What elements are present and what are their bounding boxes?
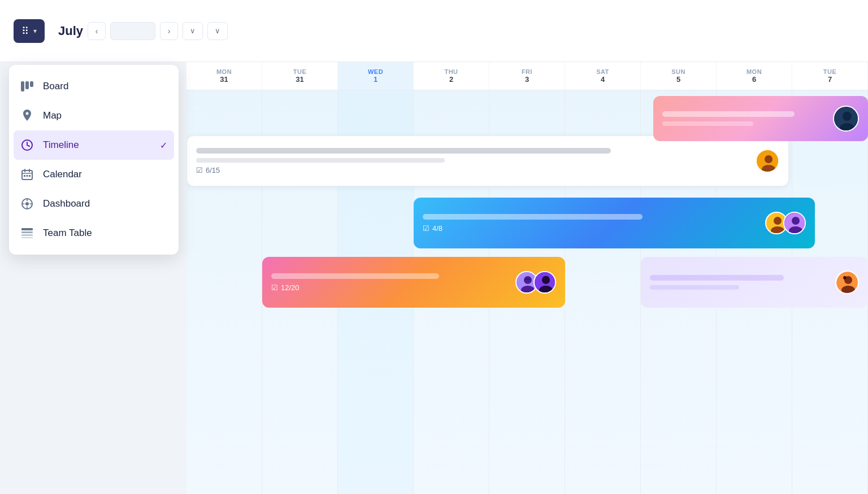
board-label: Board [43, 81, 68, 92]
svg-rect-12 [21, 234, 33, 236]
board-icon [20, 80, 34, 93]
task-content-topright [662, 111, 827, 126]
header: ⠿ ▾ July ‹ › ∨ ∨ [0, 0, 868, 62]
svg-point-25 [792, 217, 800, 225]
month-title: July [58, 24, 83, 38]
task-bar-lavender[interactable] [641, 257, 868, 308]
day-name: SAT [596, 68, 609, 75]
day-column-31: MON 31 [186, 62, 262, 90]
logo-icon: ⠿ [21, 25, 29, 37]
svg-rect-11 [21, 231, 33, 233]
timeline-label: Timeline [43, 139, 79, 151]
check-icon-1220: ☑ [271, 283, 278, 292]
svg-point-17 [765, 156, 772, 163]
sidebar-item-calendar[interactable]: Calendar [9, 160, 179, 189]
day-name: TUE [293, 68, 307, 75]
sidebar-item-dashboard[interactable]: Dashboard [9, 189, 179, 218]
day-num: 2 [449, 75, 453, 84]
dashboard-icon [20, 197, 34, 211]
task-content-1220: ☑ 12/20 [271, 273, 511, 292]
day-column-7: TUE 7 [792, 62, 868, 90]
day-num: 6 [752, 75, 756, 84]
svg-rect-5 [24, 175, 25, 177]
timeline-container: MON 31 TUE 31 WED 1 THU 2 FRI 3 SAT 4 SU… [186, 62, 868, 494]
day-name: FRI [522, 68, 532, 75]
map-icon [20, 109, 34, 123]
active-checkmark: ✓ [160, 140, 167, 151]
svg-point-19 [843, 112, 852, 121]
view-dropdown-menu: Board Map Timeline ✓ Calendar Dashboard … [9, 65, 179, 255]
month-navigation: July ‹ › ∨ ∨ [58, 22, 228, 40]
svg-rect-13 [21, 237, 33, 238]
day-name: TUE [823, 68, 837, 75]
day-num: 31 [296, 75, 303, 84]
sidebar-item-board[interactable]: Board [9, 72, 179, 101]
sidebar-item-team-table[interactable]: Team Table [9, 218, 179, 248]
svg-rect-7 [29, 175, 31, 177]
svg-point-22 [774, 217, 782, 225]
team-table-label: Team Table [43, 228, 92, 239]
day-name: THU [444, 68, 458, 75]
team-table-icon [20, 226, 34, 240]
chevron-down-icon: ▾ [33, 27, 37, 35]
task-bar-topright[interactable] [653, 96, 868, 141]
date-range-button[interactable] [110, 22, 155, 40]
logo-button[interactable]: ⠿ ▾ [14, 19, 45, 43]
day-name: WED [368, 68, 383, 75]
task-bar-1220[interactable]: ☑ 12/20 [262, 257, 565, 308]
sidebar-item-map[interactable]: Map [9, 101, 179, 130]
svg-point-31 [542, 276, 550, 284]
day-num: 1 [374, 75, 377, 84]
day-name: MON [747, 68, 762, 75]
day-column-6: MON 6 [717, 62, 792, 90]
day-column-3: FRI 3 [489, 62, 565, 90]
task-avatars-1220 [515, 271, 556, 294]
day-column-2: THU 2 [414, 62, 489, 90]
task-count: 6/15 [206, 166, 220, 174]
map-label: Map [43, 110, 62, 121]
task-content-48: ☑ 4/8 [423, 214, 761, 233]
next-month-button[interactable]: › [160, 22, 178, 40]
task-avatars-48 [765, 212, 806, 234]
day-column-1: WED 1 [338, 62, 414, 90]
day-num: 31 [220, 75, 228, 84]
svg-rect-0 [21, 81, 24, 91]
dashboard-label: Dashboard [43, 198, 90, 209]
view-dropdown-button-2[interactable]: ∨ [207, 22, 228, 40]
view-dropdown-button-1[interactable]: ∨ [183, 22, 203, 40]
check-icon-48: ☑ [423, 224, 429, 233]
prev-month-button[interactable]: ‹ [88, 22, 106, 40]
svg-point-36 [843, 276, 847, 279]
day-column-5: SUN 5 [641, 62, 717, 90]
svg-rect-6 [27, 175, 28, 177]
svg-rect-10 [21, 228, 33, 230]
day-name: MON [216, 68, 232, 75]
timeline-rows: ☑ 6/15 [186, 90, 868, 494]
task-bar-48[interactable]: ☑ 4/8 [414, 198, 815, 248]
day-num: 5 [676, 75, 680, 84]
day-name: SUN [671, 68, 685, 75]
task-content-615: ☑ 6/15 [196, 148, 749, 174]
svg-rect-2 [30, 81, 33, 87]
task-count-1220: 12/20 [281, 283, 300, 292]
task-content-lavender [650, 275, 828, 290]
task-count-48: 4/8 [432, 224, 442, 233]
check-icon: ☑ [196, 166, 203, 174]
day-num: 7 [828, 75, 832, 84]
calendar-icon [20, 168, 34, 181]
day-num: 4 [601, 75, 605, 84]
task-bar-615[interactable]: ☑ 6/15 [186, 135, 789, 186]
day-num: 3 [525, 75, 529, 84]
svg-rect-1 [25, 81, 29, 89]
day-headers: MON 31 TUE 31 WED 1 THU 2 FRI 3 SAT 4 SU… [186, 62, 868, 90]
svg-point-9 [25, 202, 29, 206]
sidebar-item-timeline[interactable]: Timeline ✓ [14, 130, 174, 160]
timeline-icon [20, 138, 34, 152]
calendar-label: Calendar [43, 169, 82, 180]
day-column-31: TUE 31 [262, 62, 338, 90]
day-column-4: SAT 4 [565, 62, 641, 90]
